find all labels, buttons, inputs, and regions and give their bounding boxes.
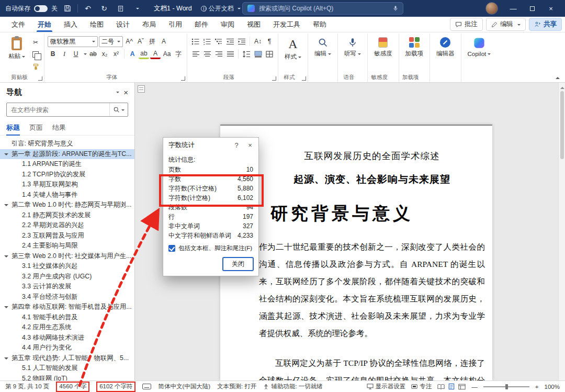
dialog-help-button[interactable]: ? [230, 139, 243, 151]
format-painter-button[interactable] [30, 61, 41, 72]
collapse-triangle-icon[interactable] [4, 306, 8, 310]
collapse-triangle-icon[interactable] [4, 255, 8, 260]
ribbon-tab[interactable]: 引用 [162, 17, 188, 32]
display-settings-button[interactable]: 显示器设置 [367, 383, 406, 390]
accessibility-indicator[interactable]: 辅助功能: 一切就绪 [263, 383, 322, 390]
undo-button[interactable]: ↶ [82, 2, 94, 15]
ribbon-tab[interactable]: 视图 [241, 17, 267, 32]
document-page[interactable]: 互联网发展历史的全面学术综述 起源、演变、社会影响与未来展望 研究背景与意义 作… [220, 125, 492, 380]
grow-font-button[interactable]: A^ [124, 36, 134, 47]
zoom-out-button[interactable]: — [471, 384, 478, 390]
subscript-button[interactable]: x₂ [99, 49, 110, 59]
collapse-triangle-icon[interactable] [4, 357, 8, 362]
underline-button[interactable]: U [71, 49, 81, 59]
font-dialog-launcher[interactable] [181, 76, 185, 81]
autosave-toggle[interactable] [34, 5, 48, 12]
web-layout-icon[interactable] [458, 384, 466, 390]
ribbon-tab[interactable]: 文件 [5, 17, 31, 32]
highlight-color-button[interactable]: ab [139, 49, 149, 59]
zoom-slider[interactable] [483, 384, 529, 390]
text-prediction-indicator[interactable]: 文本预测: 打开 [217, 383, 256, 390]
phonetic-guide-button[interactable]: 拼 [147, 36, 157, 47]
nav-search-input[interactable] [7, 106, 109, 114]
doc-visibility-badge[interactable]: 公开文档 [201, 4, 241, 13]
zoom-in-button[interactable]: + [535, 384, 539, 390]
dialog-close-button[interactable]: × [244, 139, 256, 151]
editing-mode-button[interactable]: 编辑 [486, 18, 526, 31]
nav-heading-item[interactable]: 2.4 主要影响与局限 [0, 241, 134, 251]
copilot-button[interactable]: Copilot [465, 35, 494, 59]
page-indicator[interactable]: 第 9 页, 共 10 页 [5, 383, 49, 390]
ribbon-tab[interactable]: 开始 [31, 17, 58, 32]
print-button[interactable] [114, 2, 127, 15]
borders-button[interactable] [264, 49, 275, 59]
show-paragraph-marks-button[interactable]: ¶ [264, 36, 275, 47]
text-effects-button[interactable]: A [127, 49, 138, 59]
nav-heading-item[interactable]: 1.1 ARPANET的诞生 [0, 159, 134, 170]
copy-button[interactable] [30, 49, 41, 60]
copilot-search[interactable]: 搜索或询问 Copilot (Alt+Q) [242, 2, 403, 15]
ruler-toggle-icon[interactable] [138, 85, 145, 93]
user-avatar[interactable] [485, 2, 498, 15]
close-window-button[interactable]: × [542, 1, 560, 16]
enclose-characters-button[interactable]: 字 [173, 49, 184, 59]
close-button[interactable]: 关闭 [223, 257, 253, 271]
ribbon-tab[interactable]: 布局 [136, 17, 162, 32]
nav-heading-item[interactable]: 第三章 Web 2.0 时代: 社交媒体与用户生... [0, 251, 134, 262]
bold-button[interactable]: B [48, 49, 58, 59]
collapse-triangle-icon[interactable] [4, 153, 8, 158]
numbering-button[interactable] [202, 36, 212, 47]
read-mode-icon[interactable] [437, 384, 445, 390]
minimize-button[interactable]: — [504, 1, 522, 16]
ribbon-tab[interactable]: 绘图 [84, 17, 110, 32]
sort-button[interactable]: A↕ [253, 36, 263, 47]
justify-button[interactable] [225, 49, 235, 59]
ribbon-tab[interactable]: 邮件 [188, 17, 214, 32]
nav-heading-item[interactable]: 1.3 早期互联网架构 [0, 180, 134, 190]
comments-button[interactable]: 批注 [450, 18, 483, 31]
nav-heading-item[interactable]: 第一章 起源阶段: ARPANET的诞生与TC... [0, 149, 134, 160]
char-count-indicator[interactable]: 6102 个字符 [99, 383, 132, 390]
nav-heading-item[interactable]: 第四章 移动互联网: 智能手机普及与应用... [0, 302, 134, 312]
shrink-font-button[interactable]: Aˇ [135, 36, 146, 47]
styles-dialog-launcher[interactable] [302, 76, 306, 81]
editing-button[interactable]: 编辑 [311, 35, 334, 60]
addins-button[interactable]: 加载项 [402, 35, 427, 60]
chevron-down-icon[interactable] [84, 53, 87, 57]
align-center-button[interactable] [202, 49, 212, 59]
ribbon-tab[interactable]: 帮助 [307, 17, 333, 32]
align-left-button[interactable] [190, 49, 201, 59]
nav-heading-item[interactable]: 3.3 云计算的发展 [0, 282, 134, 292]
decrease-indent-button[interactable] [225, 36, 235, 47]
collapse-triangle-icon[interactable] [4, 204, 8, 208]
bullets-button[interactable] [190, 36, 201, 47]
dialog-titlebar[interactable]: 字数统计 ? × [163, 138, 258, 152]
nav-heading-item[interactable]: 4.1 智能手机的普及 [0, 312, 134, 323]
nav-heading-item[interactable]: 5.1 人工智能的发展 [0, 363, 134, 374]
vertical-scrollbar[interactable] [558, 83, 565, 380]
font-name-combo[interactable]: 微软雅黑 [48, 36, 98, 47]
nav-heading-item[interactable]: 3.4 平台经济与创新 [0, 292, 134, 303]
word-count-indicator[interactable]: 4560 个字 [59, 383, 86, 390]
collapse-ribbon-chevron[interactable] [556, 75, 560, 79]
nav-heading-item[interactable]: 1.2 TCP/IP协议的发展 [0, 170, 134, 180]
qat-customize-chevron[interactable] [130, 2, 143, 15]
sensitivity-button[interactable]: 敏感度 [371, 35, 396, 60]
cut-button[interactable]: ✂ [30, 37, 41, 48]
ribbon-tab[interactable]: 设计 [110, 17, 136, 32]
clipboard-dialog-launcher[interactable] [38, 76, 42, 81]
zoom-slider-thumb[interactable] [505, 384, 508, 389]
focus-button[interactable]: 专注 [411, 383, 432, 390]
align-right-button[interactable] [213, 49, 224, 59]
increase-indent-button[interactable] [236, 36, 247, 47]
ribbon-tab[interactable]: 插入 [58, 17, 84, 32]
zoom-level[interactable]: 100% [545, 384, 560, 390]
nav-close-button[interactable]: × [123, 88, 128, 97]
redo-button[interactable]: ↻ [98, 2, 110, 15]
font-size-combo[interactable]: 二号 [99, 36, 123, 47]
nav-tab[interactable]: 标题 [6, 120, 20, 135]
superscript-button[interactable]: x² [111, 49, 121, 59]
nav-heading-item[interactable]: 2.2 早期浏览器的兴起 [0, 220, 134, 231]
styles-button[interactable]: A 样式 [281, 35, 304, 63]
font-color-button[interactable]: A [150, 49, 161, 59]
